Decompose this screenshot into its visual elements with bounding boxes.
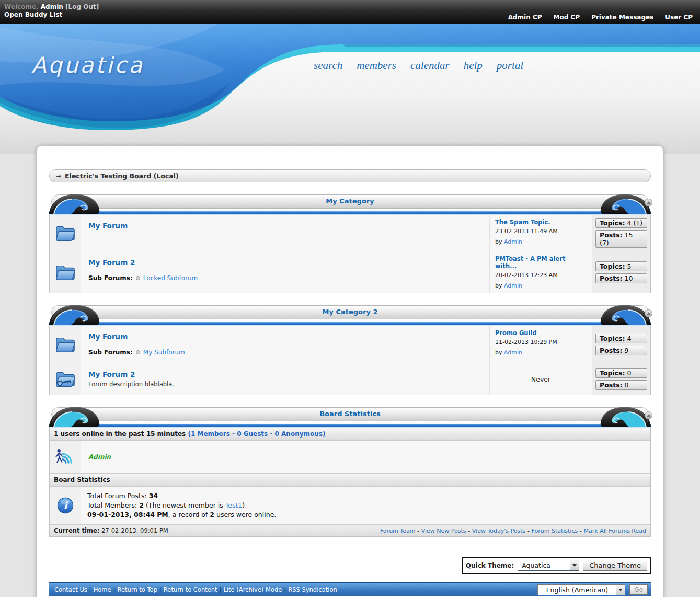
private-messages-link[interactable]: Private Messages	[591, 14, 653, 21]
chevron-down-icon[interactable]	[616, 585, 625, 595]
lastpost-author: by Admin	[495, 349, 587, 356]
collapse-icon[interactable]	[645, 411, 652, 419]
wave-icon	[48, 406, 100, 428]
forum-info-cell: My Forum	[81, 215, 489, 251]
category-2-title: My Category 2	[49, 304, 651, 326]
view-todays-posts-link[interactable]: View Today's Posts	[472, 527, 525, 534]
collapse-icon[interactable]	[645, 309, 652, 317]
buddy-list-link[interactable]: Open Buddy List	[4, 11, 62, 18]
forum-info-cell: My Forum 2 Sub Forums: Locked Subforum	[81, 251, 489, 293]
username-link[interactable]: Admin	[41, 3, 63, 10]
wave-icon	[48, 304, 100, 326]
admin-cp-link[interactable]: Admin CP	[508, 14, 542, 21]
lastpost-cell: Promo Guild 11-02-2013 10:29 PM by Admin	[489, 326, 592, 363]
forum-statistics-link[interactable]: Forum Statistics	[532, 527, 578, 534]
online-users-bar: 1 users online in the past 15 minutes (1…	[50, 428, 650, 441]
total-members-value: 2	[139, 501, 144, 509]
topics-label: Topics:	[600, 335, 625, 342]
by-label: by	[495, 282, 502, 289]
by-label: by	[495, 238, 502, 245]
mod-cp-link[interactable]: Mod CP	[554, 14, 580, 21]
posts-value: 9	[625, 347, 629, 354]
online-user-icon	[55, 448, 76, 466]
stats-cell: Topics: 4 (1) Posts: 15 (7)	[592, 215, 650, 251]
quick-theme-row: Quick Theme: Aquatica Change Theme	[49, 557, 651, 574]
forum-team-link[interactable]: Forum Team	[380, 527, 415, 534]
home-link[interactable]: Home	[94, 586, 111, 593]
online-icon-cell	[50, 441, 81, 473]
main-nav: search members calendar help portal	[314, 59, 523, 72]
view-new-posts-link[interactable]: View New Posts	[421, 527, 466, 534]
forum-name-link[interactable]: My Forum	[88, 222, 128, 230]
footer-links: Contact Us|Home|Return to Top|Return to …	[54, 586, 337, 593]
forum-table: My Forum Sub Forums: My Subforum Promo G…	[49, 326, 651, 395]
category-2-header: My Category 2	[49, 304, 651, 326]
site-logo[interactable]: Aquatica	[31, 52, 144, 78]
nav-members[interactable]: members	[357, 59, 396, 72]
return-to-content-link[interactable]: Return to Content	[164, 586, 217, 593]
newest-member-text: (The newest member is	[146, 501, 223, 509]
lite-mode-link[interactable]: Lite (Archive) Mode	[223, 586, 282, 593]
board-stats-lines: Total Forum Posts: 34 Total Members: 2 (…	[81, 487, 650, 524]
board-stats-header: Board Statistics	[49, 406, 651, 428]
nav-help[interactable]: help	[464, 59, 483, 72]
quick-theme-box: Quick Theme: Aquatica Change Theme	[462, 557, 651, 574]
chevron-down-icon[interactable]	[570, 560, 579, 570]
lastpost-title-link[interactable]: PMToast - A PM alert with...	[495, 255, 587, 270]
logout-link[interactable]: [Log Out]	[65, 3, 99, 10]
author-link[interactable]: Admin	[504, 349, 522, 356]
online-users-row: Admin	[50, 441, 650, 474]
theme-select[interactable]: Aquatica	[518, 560, 579, 571]
total-posts-value: 34	[149, 492, 158, 500]
wave-icon	[48, 193, 100, 215]
online-breakdown-link[interactable]: (1 Members - 0 Guests - 0 Anonymous)	[188, 430, 325, 438]
record-text-end: users were online.	[216, 511, 276, 519]
board-stats-row: Total Forum Posts: 34 Total Members: 2 (…	[50, 487, 650, 524]
author-link[interactable]: Admin	[504, 282, 522, 289]
topics-stat: Topics: 0	[595, 368, 647, 378]
change-theme-button[interactable]: Change Theme	[583, 560, 647, 571]
subforum-bullet-icon	[136, 350, 140, 354]
newest-member-link[interactable]: Test1	[225, 501, 243, 509]
cp-links: Admin CP Mod CP Private Messages User CP	[508, 3, 693, 24]
online-username-link[interactable]: Admin	[81, 441, 650, 473]
rss-syndication-link[interactable]: RSS Syndication	[288, 586, 337, 593]
lastpost-title-link[interactable]: Promo Guild	[495, 329, 537, 337]
subforum-link[interactable]: My Subforum	[143, 349, 185, 356]
subforums-label: Sub Forums:	[88, 274, 133, 282]
paren-close: )	[242, 501, 245, 509]
link-separator: -	[527, 527, 530, 534]
topics-stat: Topics: 5	[595, 261, 647, 271]
go-button[interactable]: Go	[629, 584, 648, 595]
lastpost-author: by Admin	[495, 282, 587, 289]
lastpost-title-link[interactable]: The Spam Topic.	[495, 219, 550, 226]
return-to-top-link[interactable]: Return to Top	[118, 586, 157, 593]
forum-info-cell: My Forum Sub Forums: My Subforum	[81, 326, 489, 363]
lastpost-date: 23-02-2013 11:49 AM	[495, 228, 587, 235]
author-link[interactable]: Admin	[504, 238, 522, 245]
language-select[interactable]: English (American)	[537, 584, 625, 595]
mark-forums-read-link[interactable]: Mark All Forums Read	[584, 527, 647, 534]
subforum-link[interactable]: Locked Subforum	[143, 274, 198, 282]
nav-portal[interactable]: portal	[497, 59, 523, 72]
topics-label: Topics:	[600, 369, 625, 377]
breadcrumb: → Electric's Testing Board (Local)	[49, 169, 651, 182]
forum-name-link[interactable]: My Forum 2	[88, 370, 135, 378]
board-stats-table: 1 users online in the past 15 minutes (1…	[49, 428, 651, 537]
nav-calendar[interactable]: calendar	[410, 59, 450, 72]
forum-name-link[interactable]: My Forum	[88, 332, 128, 341]
pipe-separator: |	[89, 586, 91, 593]
language-selected-value: English (American)	[538, 585, 616, 595]
user-cp-link[interactable]: User CP	[665, 14, 693, 21]
nav-search[interactable]: search	[314, 59, 342, 72]
link-separator: -	[468, 527, 470, 534]
forum-icon-cell	[50, 215, 81, 251]
contact-us-link[interactable]: Contact Us	[54, 586, 87, 593]
forum-name-link[interactable]: My Forum 2	[88, 258, 135, 267]
total-posts-label: Total Forum Posts:	[87, 492, 147, 500]
collapse-icon[interactable]	[645, 199, 652, 206]
time-bar: Current time: 27-02-2013, 09:01 PM Forum…	[50, 524, 650, 536]
posts-value: 0	[625, 381, 629, 389]
category-1-header: My Category	[49, 193, 651, 215]
posts-label: Posts:	[600, 231, 623, 239]
